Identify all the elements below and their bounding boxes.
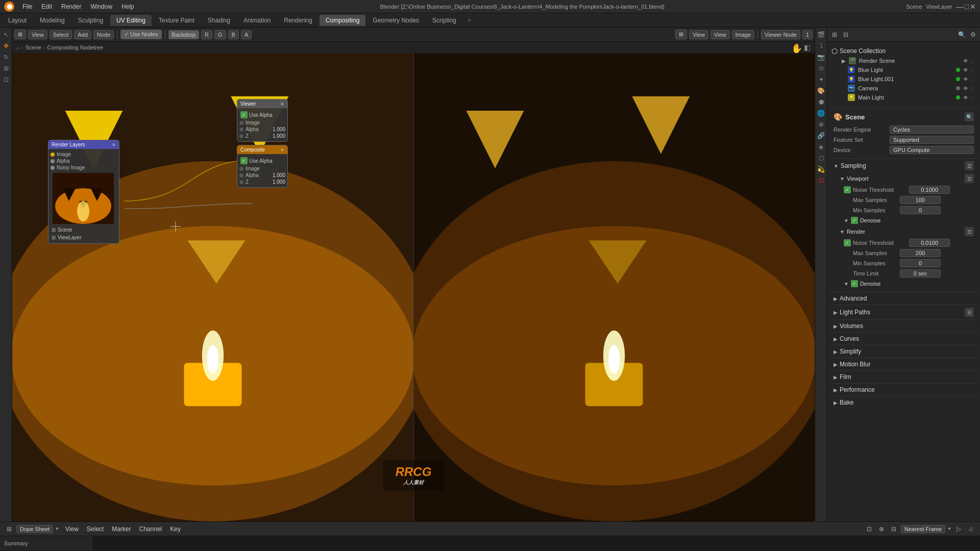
window-close[interactable]: ✕ (970, 3, 976, 11)
tab-layout[interactable]: Layout (2, 15, 33, 26)
simplify-header[interactable]: ▶ Simplify (834, 346, 974, 357)
tool-transform[interactable]: ⊡ (1, 74, 11, 85)
vp-max-value[interactable]: 100 (900, 196, 941, 204)
viewer-close[interactable]: ✕ (280, 102, 284, 107)
tab-modeling[interactable]: Modeling (34, 15, 71, 26)
sampling-header[interactable]: ▼ Sampling ☰ (834, 160, 974, 172)
menu-render[interactable]: Render (57, 2, 85, 11)
dope-marker[interactable]: Marker (110, 524, 133, 534)
sc-item-main-light[interactable]: 💡 Main Light 👁 ↓ (846, 93, 976, 102)
rt-search-icon[interactable]: 🔍 (957, 30, 967, 40)
right-icon-constraint[interactable]: 🔗 (816, 131, 826, 141)
dope-mode-selector[interactable]: Dope Sheet (16, 525, 53, 533)
menu-window[interactable]: Window (86, 2, 116, 11)
tab-sculpting[interactable]: Sculpting (72, 15, 109, 26)
vt-backdrop[interactable]: Backdrop (168, 30, 199, 39)
node-render-layers[interactable]: Render Layers ✕ Image Alpha Noisy Image (48, 140, 119, 244)
rn-noise-checkbox[interactable]: ✓ (844, 239, 851, 246)
sc-select-camera[interactable]: ↓ (971, 86, 974, 91)
window-minimize[interactable]: — (957, 3, 964, 11)
tl-filter-icon[interactable]: ⊟ (889, 524, 899, 534)
right-icon-material[interactable]: ⬟ (816, 97, 826, 107)
right-icon-render[interactable]: 🎨 (816, 86, 826, 96)
vt-view-right[interactable]: ⊞ (675, 30, 687, 39)
vp-min-value[interactable]: 0 (900, 206, 941, 214)
right-icon-object2[interactable]: ⊕ (816, 119, 826, 130)
breadcrumb-home[interactable]: ⌂ (16, 45, 19, 51)
timeline-area[interactable]: Summary 0 20 40 60 80 100 120 140 160 18… (0, 536, 980, 550)
tab-add[interactable]: + (463, 15, 475, 26)
tab-shading[interactable]: Shading (202, 15, 236, 26)
advanced-header[interactable]: ▶ Advanced (834, 293, 974, 304)
vt-select-menu[interactable]: Select (50, 30, 72, 39)
vt-backdrop-g[interactable]: G (214, 30, 226, 39)
vt-image-menu[interactable]: Image (732, 30, 755, 39)
right-icon-data[interactable]: ◈ (816, 142, 826, 152)
motion-blur-header[interactable]: ▶ Motion Blur (834, 359, 974, 369)
feature-set-value[interactable]: Supported (890, 136, 974, 144)
vp-noise-value[interactable]: 0.1000 (909, 186, 950, 194)
sc-item-blue-light[interactable]: 💡 Blue Light 👁 ↓ (846, 65, 976, 74)
node-composite[interactable]: Composite ✕ ✓ Use Alpha Image Alpha 1.00… (237, 145, 288, 188)
right-icon-object[interactable]: ⊙ (816, 63, 826, 73)
vt-view-mode[interactable]: View (710, 30, 730, 39)
tool-rotate[interactable]: ↻ (1, 52, 11, 62)
menu-edit[interactable]: Edit (37, 2, 56, 11)
rn-min-value[interactable]: 0 (900, 259, 941, 267)
tool-move[interactable]: ✥ (1, 41, 11, 51)
tab-scripting[interactable]: Scripting (426, 15, 462, 26)
rn-time-value[interactable]: 0 sec (900, 269, 941, 278)
nearest-frame-selector[interactable]: Nearest Frame (901, 525, 945, 533)
sc-eye-camera[interactable]: 👁 (963, 86, 968, 91)
vp-denoise-checkbox[interactable]: ✓ (851, 217, 858, 224)
vt-backdrop-a[interactable]: A (241, 30, 252, 39)
bake-header[interactable]: ▶ Bake (834, 397, 974, 408)
vt-backdrop-r[interactable]: R (201, 30, 212, 39)
dope-channel[interactable]: Channel (137, 524, 164, 534)
viewer-use-alpha[interactable]: ✓ Use Alpha (239, 110, 285, 119)
menu-help[interactable]: Help (117, 2, 138, 11)
vt-use-nodes[interactable]: ✓ Use Nodes (120, 30, 161, 39)
node-viewer[interactable]: Viewer ✕ ✓ Use Alpha Image Alpha 1.000 (237, 99, 288, 142)
tab-animation[interactable]: Animation (237, 15, 277, 26)
render-engine-value[interactable]: Cycles (890, 126, 974, 134)
sc-item-blue-light-001[interactable]: 💡 Blue Light.001 👁 ↓ (846, 74, 976, 84)
sc-select-main-light[interactable]: ↓ (971, 95, 974, 101)
rn-noise-value[interactable]: 0.0100 (909, 239, 950, 247)
right-icon-view[interactable]: 📷 (816, 52, 826, 62)
sc-item-camera[interactable]: 📷 Camera 👁 ↓ (846, 84, 976, 93)
composite-close[interactable]: ✕ (280, 147, 284, 153)
render-list-btn[interactable]: ☰ (965, 227, 974, 236)
dope-mode-icon[interactable]: ⊞ (4, 524, 14, 534)
film-header[interactable]: ▶ Film (834, 372, 974, 382)
sampling-expand-btn[interactable]: ☰ (965, 161, 974, 170)
dope-view[interactable]: View (63, 524, 81, 534)
node-close-btn[interactable]: ✕ (112, 142, 116, 147)
sc-eye-main-light[interactable]: 👁 (963, 95, 968, 101)
curves-header[interactable]: ▶ Curves (834, 334, 974, 344)
vt-view-menu[interactable]: View (28, 30, 47, 39)
device-value[interactable]: GPU Compute (890, 146, 974, 154)
volumes-header[interactable]: ▶ Volumes (834, 321, 974, 331)
comp-use-alpha-checkbox[interactable]: ✓ (240, 157, 248, 164)
viewport-list-btn[interactable]: ☰ (965, 174, 974, 183)
sc-select-blue-light-001[interactable]: ↓ (971, 77, 974, 82)
dope-key[interactable]: Key (168, 524, 183, 534)
vt-slot[interactable]: 1 (802, 30, 813, 39)
vt-view-menu-right[interactable]: View (689, 30, 708, 39)
node-scene-value[interactable]: Scene (58, 227, 72, 233)
breadcrumb-scene[interactable]: Scene (26, 44, 41, 51)
vt-viewer-node[interactable]: Viewer Node (761, 30, 800, 39)
window-maximize[interactable]: □ (965, 3, 969, 11)
right-icon-color[interactable]: ⚀ (816, 176, 826, 186)
light-paths-header[interactable]: ▶ Light Paths ☰ (834, 306, 974, 318)
sc-eye-blue-light-001[interactable]: 👁 (963, 77, 968, 82)
tab-compositing[interactable]: Compositing (320, 15, 366, 26)
vp-noise-checkbox[interactable]: ✓ (844, 186, 851, 193)
dope-select[interactable]: Select (85, 524, 106, 534)
panel-toggle[interactable]: ◧ (804, 43, 811, 52)
rt-filter-icon[interactable]: ⊟ (841, 30, 851, 40)
sc-item-render-scene[interactable]: ▶ 🎬 Render Scene 👁 ↓ (840, 56, 976, 65)
sc-eye-blue-light[interactable]: 👁 (963, 67, 968, 73)
right-icon-output[interactable]: ⤵ (816, 41, 826, 51)
